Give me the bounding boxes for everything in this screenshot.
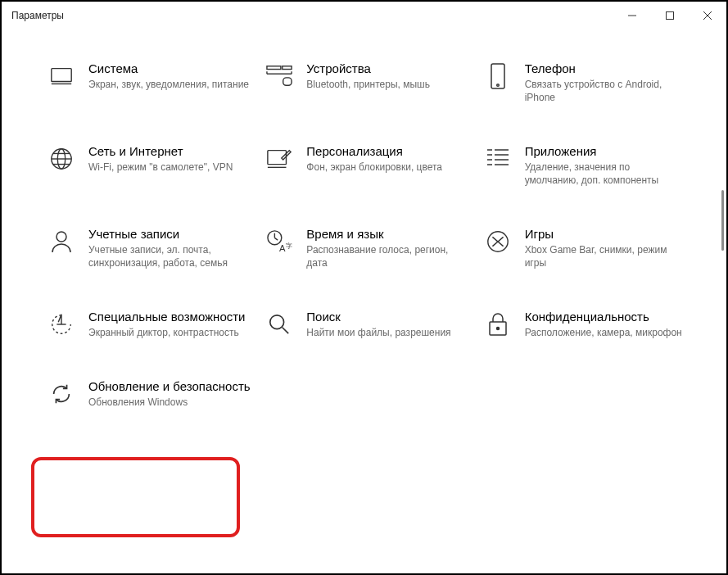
maximize-button[interactable] xyxy=(651,2,689,29)
category-desc: Распознавание голоса, регион, дата xyxy=(306,243,467,269)
category-desc: Найти мои файлы, разрешения xyxy=(306,326,450,339)
close-button[interactable] xyxy=(689,2,726,29)
person-icon xyxy=(47,228,75,256)
accessibility-icon xyxy=(47,310,75,338)
category-title: Телефон xyxy=(525,61,685,76)
svg-rect-1 xyxy=(667,12,674,20)
category-desc: Расположение, камера, микрофон xyxy=(525,326,682,339)
category-search[interactable]: Поиск Найти мои файлы, разрешения xyxy=(265,309,483,339)
svg-rect-12 xyxy=(491,64,504,88)
svg-point-39 xyxy=(496,328,499,330)
category-desc: Экранный диктор, контрастность xyxy=(88,326,246,339)
titlebar: Параметры xyxy=(2,2,726,29)
category-apps[interactable]: Приложения Удаление, значения по умолчан… xyxy=(484,143,702,187)
time-language-icon: A字 xyxy=(265,228,293,256)
category-privacy[interactable]: Конфиденциальность Расположение, камера,… xyxy=(484,309,702,339)
search-icon xyxy=(265,310,293,338)
category-title: Конфиденциальность xyxy=(525,309,682,324)
category-desc: Bluetooth, принтеры, мышь xyxy=(306,78,430,91)
category-desc: Экран, звук, уведомления, питание xyxy=(88,78,249,91)
category-title: Персонализация xyxy=(306,143,442,159)
category-gaming[interactable]: Игры Xbox Game Bar, снимки, режим игры xyxy=(484,226,702,269)
category-title: Устройства xyxy=(306,61,430,76)
svg-line-32 xyxy=(275,238,278,240)
svg-point-13 xyxy=(496,84,499,87)
scrollbar-thumb[interactable] xyxy=(721,190,724,251)
category-title: Система xyxy=(88,61,249,76)
category-ease-of-access[interactable]: Специальные возможности Экранный диктор,… xyxy=(47,309,265,339)
lock-icon xyxy=(484,310,512,338)
category-desc: Учетные записи, эл. почта, синхронизация… xyxy=(88,243,249,269)
minimize-button[interactable] xyxy=(613,2,651,29)
svg-point-36 xyxy=(270,315,284,329)
window-title: Параметры xyxy=(11,2,64,29)
category-phone[interactable]: Телефон Связать устройство с Android, iP… xyxy=(484,61,702,104)
category-title: Время и язык xyxy=(306,226,467,242)
category-title: Приложения xyxy=(525,143,685,159)
gaming-icon xyxy=(484,228,512,256)
update-icon xyxy=(47,380,75,408)
categories-grid: Система Экран, звук, уведомления, питани… xyxy=(47,61,702,409)
category-devices[interactable]: Устройства Bluetooth, принтеры, мышь xyxy=(265,61,483,104)
category-desc: Wi-Fi, режим "в самолете", VPN xyxy=(88,161,233,174)
svg-point-29 xyxy=(57,232,66,242)
category-update-security[interactable]: Обновление и безопасность Обновления Win… xyxy=(47,378,270,409)
category-personalization[interactable]: Персонализация Фон, экран блокировки, цв… xyxy=(265,143,483,187)
phone-icon xyxy=(484,62,512,90)
category-desc: Xbox Game Bar, снимки, режим игры xyxy=(525,243,685,269)
paint-icon xyxy=(265,145,293,173)
category-time-language[interactable]: A字 Время и язык Распознавание голоса, ре… xyxy=(265,226,483,269)
category-network[interactable]: Сеть и Интернет Wi-Fi, режим "в самолете… xyxy=(47,143,265,187)
category-title: Сеть и Интернет xyxy=(88,143,233,159)
svg-rect-11 xyxy=(283,78,292,85)
category-desc: Связать устройство с Android, iPhone xyxy=(525,78,685,104)
display-icon xyxy=(47,62,75,90)
category-system[interactable]: Система Экран, звук, уведомления, питани… xyxy=(47,61,265,104)
svg-line-37 xyxy=(283,328,288,333)
globe-icon xyxy=(47,145,75,173)
category-title: Поиск xyxy=(306,309,450,324)
category-title: Игры xyxy=(525,226,685,242)
category-title: Учетные записи xyxy=(88,226,249,242)
category-desc: Обновления Windows xyxy=(88,396,251,409)
window-controls xyxy=(613,2,726,29)
svg-rect-7 xyxy=(283,66,292,70)
svg-text:A: A xyxy=(279,243,286,253)
category-desc: Удаление, значения по умолчанию, доп. ко… xyxy=(525,161,685,187)
devices-icon xyxy=(265,62,293,90)
svg-text:字: 字 xyxy=(287,242,293,250)
category-title: Обновление и безопасность xyxy=(88,378,251,394)
category-title: Специальные возможности xyxy=(88,309,246,324)
apps-icon xyxy=(484,145,512,173)
svg-rect-6 xyxy=(267,66,281,70)
settings-home: Система Экран, звук, уведомления, питани… xyxy=(2,29,726,573)
svg-rect-19 xyxy=(268,151,287,165)
svg-rect-4 xyxy=(52,69,71,82)
category-desc: Фон, экран блокировки, цвета xyxy=(306,161,442,174)
category-accounts[interactable]: Учетные записи Учетные записи, эл. почта… xyxy=(47,226,265,269)
